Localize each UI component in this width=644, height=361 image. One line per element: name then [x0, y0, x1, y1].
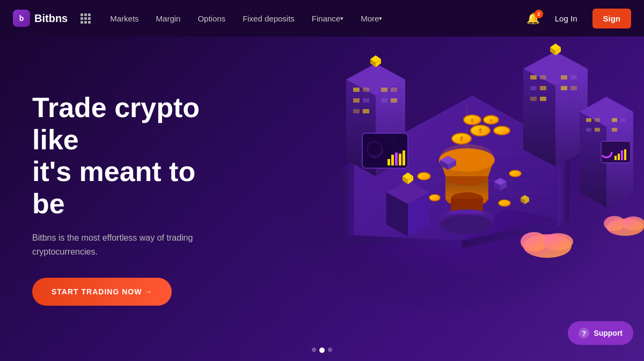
svg-rect-55	[612, 118, 617, 122]
hero-title-line2: it's meant to be	[32, 156, 195, 219]
scroll-dot-2[interactable]	[319, 348, 325, 353]
nav-options[interactable]: Options	[189, 0, 234, 37]
svg-rect-14	[363, 88, 369, 92]
svg-rect-42	[570, 75, 577, 80]
scroll-dot-1[interactable]	[312, 348, 316, 352]
brand-name: Bitbns	[34, 12, 68, 25]
svg-rect-39	[530, 97, 537, 101]
svg-rect-41	[561, 75, 567, 80]
svg-marker-33	[523, 69, 555, 167]
nav-fixed-deposits[interactable]: Fixed deposits	[234, 0, 303, 37]
nav-finance[interactable]: Finance	[303, 0, 352, 37]
svg-rect-35	[530, 75, 537, 80]
nav-margin[interactable]: Margin	[148, 0, 189, 37]
svg-rect-93	[391, 155, 394, 165]
hero-subtitle: Bitbns is the most effortless way of tra…	[32, 231, 225, 258]
svg-rect-37	[530, 86, 537, 90]
logo-letter: b	[19, 14, 24, 23]
svg-rect-53	[586, 128, 591, 132]
svg-rect-19	[381, 88, 387, 92]
svg-rect-18	[363, 109, 369, 113]
nav-more[interactable]: More	[352, 0, 391, 37]
svg-rect-43	[561, 86, 567, 90]
svg-rect-94	[395, 153, 398, 165]
signup-button[interactable]: Sign	[592, 9, 632, 28]
svg-rect-40	[540, 97, 546, 101]
support-icon: ?	[579, 328, 589, 338]
svg-rect-17	[353, 109, 360, 113]
svg-rect-36	[540, 75, 546, 80]
hero-left: Trade crypto like it's meant to be Bitbn…	[0, 70, 258, 327]
svg-rect-16	[363, 98, 369, 103]
logo[interactable]: b Bitbns	[13, 10, 68, 27]
svg-rect-60	[614, 156, 617, 160]
svg-rect-20	[391, 88, 397, 92]
svg-rect-21	[381, 98, 387, 103]
svg-rect-95	[399, 154, 401, 165]
hero-section: Trade crypto like it's meant to be Bitbn…	[0, 37, 644, 361]
svg-point-85	[418, 172, 430, 180]
svg-point-99	[543, 233, 573, 250]
svg-rect-61	[618, 154, 620, 160]
scroll-dots	[312, 348, 332, 353]
scroll-dot-3[interactable]	[328, 348, 332, 352]
svg-rect-13	[353, 88, 360, 92]
svg-rect-62	[621, 150, 623, 160]
svg-point-102	[621, 216, 644, 230]
svg-rect-63	[624, 149, 626, 160]
nav-markets[interactable]: Markets	[101, 0, 147, 37]
login-button[interactable]: Log In	[548, 10, 584, 27]
svg-rect-52	[595, 118, 600, 122]
svg-rect-22	[391, 98, 397, 103]
svg-marker-2	[341, 160, 354, 243]
svg-point-88	[499, 200, 510, 206]
svg-rect-38	[540, 86, 546, 90]
svg-rect-54	[595, 128, 600, 132]
notification-badge: 2	[535, 10, 543, 18]
svg-rect-56	[620, 118, 626, 122]
notification-bell[interactable]: 🔔 2	[526, 12, 540, 25]
support-label: Support	[594, 329, 623, 337]
svg-rect-92	[387, 159, 390, 165]
svg-point-84	[494, 126, 510, 135]
logo-icon: b	[13, 10, 30, 27]
cta-button[interactable]: START TRADING NOW →	[32, 278, 172, 306]
svg-rect-15	[353, 98, 360, 103]
svg-point-87	[429, 194, 440, 201]
svg-rect-44	[570, 86, 577, 90]
nav-links: Markets Margin Options Fixed deposits Fi…	[101, 0, 526, 37]
svg-rect-51	[586, 118, 591, 122]
hero-illustration: ₿ ₿ ₿ $	[258, 37, 644, 361]
navbar: b Bitbns Markets Margin Options Fixed de…	[0, 0, 644, 37]
svg-rect-57	[612, 128, 617, 132]
support-button[interactable]: ? Support	[568, 321, 633, 345]
nav-right: 🔔 2 Log In Sign	[526, 9, 631, 28]
hero-title: Trade crypto like it's meant to be	[32, 92, 225, 220]
hero-title-line1: Trade crypto like	[32, 92, 200, 155]
grid-menu-icon[interactable]	[80, 13, 91, 24]
svg-text:$: $	[490, 118, 493, 123]
svg-point-86	[509, 170, 521, 177]
svg-rect-96	[402, 150, 405, 165]
svg-point-75	[440, 215, 494, 234]
